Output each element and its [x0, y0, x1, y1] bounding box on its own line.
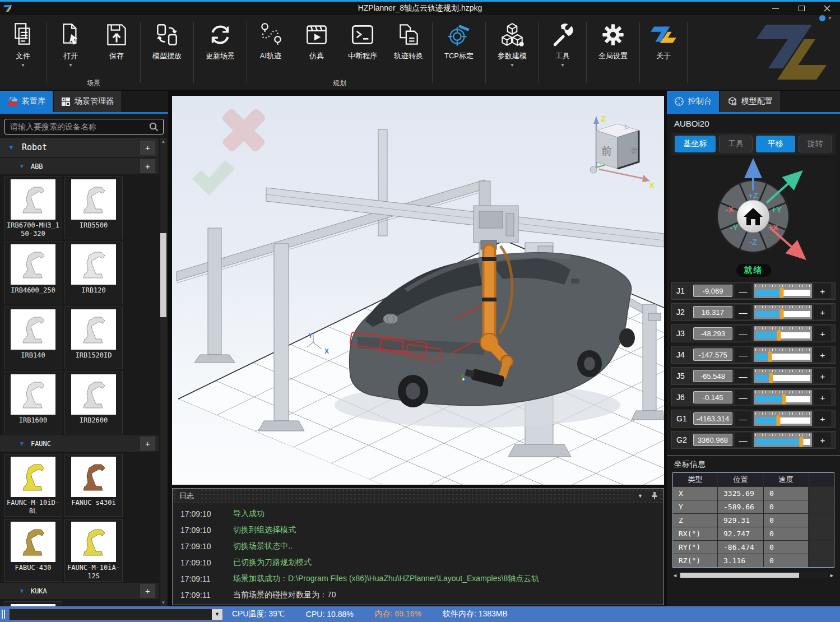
about-button[interactable]: 关于 — [641, 15, 686, 78]
robot-card[interactable]: IRB1520ID — [64, 307, 123, 369]
tree-group-robot[interactable]: ▼ Robot + — [0, 138, 159, 157]
dropdown-caret-icon[interactable]: ▼ — [21, 63, 25, 68]
tab-console[interactable]: 控制台 — [667, 91, 719, 112]
scroll-down-icon[interactable]: ▼ — [160, 600, 167, 605]
global-settings-button[interactable]: 全局设置 — [587, 15, 639, 78]
tree-group-abb[interactable]: ▼ ABB + — [0, 158, 159, 174]
device-search-input[interactable] — [4, 119, 164, 134]
scroll-up-icon[interactable]: ▲ — [160, 139, 167, 144]
add-group-button[interactable]: + — [140, 584, 155, 598]
log-body[interactable]: 17:09:10 导入成功 17:09:10 切换到组选择模式 17:09:10… — [173, 503, 663, 605]
file-button[interactable]: 文件 ▼ — [0, 15, 46, 78]
joint-value-field[interactable]: 3360.968 — [693, 434, 732, 446]
tab-scene-manager[interactable]: 场景管理器 — [54, 91, 121, 112]
tool-frame-button[interactable]: 工具 — [719, 136, 753, 152]
robot-card[interactable]: IRB5500 — [64, 177, 123, 239]
help-caret-icon[interactable]: ▼ — [828, 16, 832, 21]
log-collapse-icon[interactable]: ▼ — [638, 493, 643, 499]
expand-caret-icon[interactable]: ▼ — [19, 588, 25, 594]
robot-card[interactable]: IRB4600_250 — [4, 242, 62, 304]
update-scene-button[interactable]: 更新场景 — [194, 15, 246, 78]
joint-minus-button[interactable]: — — [735, 390, 751, 405]
joint-minus-button[interactable]: — — [735, 284, 751, 298]
tree-group-faunc[interactable]: ▼ FAUNC + — [0, 435, 159, 452]
scrollbar-thumb[interactable] — [680, 573, 799, 578]
joint-plus-button[interactable]: + — [814, 347, 831, 362]
tcp-calibration-button[interactable]: TCP标定 — [433, 15, 485, 78]
joint-plus-button[interactable]: + — [814, 369, 831, 383]
trajectory-convert-button[interactable]: 轨迹转换 — [386, 15, 431, 78]
tab-device-library[interactable]: 装置库 — [0, 91, 53, 112]
joint-value-field[interactable]: -65.548 — [693, 370, 732, 382]
joint-minus-button[interactable]: — — [735, 433, 751, 447]
slider-thumb[interactable] — [768, 351, 772, 362]
dropdown-caret-icon[interactable]: ▼ — [212, 609, 222, 620]
add-group-button[interactable]: + — [140, 159, 155, 173]
robot-card[interactable]: IRB140 — [4, 307, 62, 369]
close-button[interactable] — [814, 2, 840, 15]
slider-thumb[interactable] — [780, 309, 784, 319]
save-button[interactable]: 保存 — [94, 15, 140, 78]
joint-slider[interactable] — [754, 326, 812, 341]
joint-slider[interactable] — [754, 369, 812, 383]
slider-thumb[interactable] — [800, 437, 804, 447]
slider-thumb[interactable] — [777, 415, 781, 426]
add-group-button[interactable]: + — [140, 141, 155, 155]
rotate-button[interactable]: 旋转 — [799, 136, 832, 152]
robot-card[interactable]: FAUNC-M-10iD-8L — [4, 454, 62, 517]
tools-button[interactable]: 工具 ▼ — [540, 15, 586, 78]
panel-splitter[interactable] — [168, 91, 172, 606]
joint-plus-button[interactable]: + — [814, 326, 831, 341]
joint-value-field[interactable]: -4163.314 — [693, 412, 732, 425]
joint-plus-button[interactable]: + — [814, 433, 831, 447]
base-frame-button[interactable]: 基坐标 — [675, 136, 716, 152]
ai-trajectory-button[interactable]: AI轨迹 — [248, 15, 294, 78]
joint-value-field[interactable]: -48.293 — [693, 327, 732, 340]
open-button[interactable]: 打开 ▼ — [48, 15, 94, 78]
maximize-button[interactable] — [788, 2, 814, 15]
joint-value-field[interactable]: -9.069 — [693, 285, 732, 297]
model-place-button[interactable]: 模型摆放 — [141, 15, 193, 78]
joint-value-field[interactable]: 16.317 — [693, 306, 732, 318]
parametric-modeling-button[interactable]: 参数建模 ▼ — [486, 15, 538, 78]
robot-card[interactable]: FANUC s430i — [64, 454, 123, 517]
scroll-right-icon[interactable]: ► — [829, 573, 834, 578]
tab-model-config[interactable]: 模型配置 — [720, 91, 780, 112]
joint-slider[interactable] — [754, 284, 812, 298]
tree-group-kuka[interactable]: ▼ KUKA + — [0, 583, 159, 599]
statusbar-dropdown[interactable]: ▼ — [9, 609, 223, 620]
joint-minus-button[interactable]: — — [735, 326, 751, 341]
add-group-button[interactable]: + — [140, 437, 155, 451]
jog-wheel-pad[interactable]: +Z +Y -X +X -Y -Z 就绪 — [671, 158, 836, 279]
expand-caret-icon[interactable]: ▼ — [8, 143, 15, 151]
slider-thumb[interactable] — [769, 373, 773, 383]
dropdown-caret-icon[interactable]: ▼ — [510, 63, 514, 68]
joint-slider[interactable] — [754, 411, 812, 426]
joint-slider[interactable] — [754, 433, 812, 447]
robot-card[interactable]: IRB120 — [64, 242, 123, 304]
robot-card[interactable] — [4, 601, 62, 606]
joint-value-field[interactable]: -0.145 — [693, 391, 732, 403]
search-icon[interactable] — [149, 122, 159, 132]
expand-caret-icon[interactable]: ▼ — [19, 440, 25, 447]
robot-card[interactable]: FABUC-430 — [4, 519, 62, 582]
scroll-left-icon[interactable]: ◄ — [672, 573, 677, 578]
sidebar-scrollbar[interactable]: ▲ ▼ — [160, 138, 167, 606]
joint-plus-button[interactable]: + — [814, 390, 831, 405]
minimize-button[interactable] — [763, 2, 788, 15]
slider-thumb[interactable] — [780, 287, 784, 298]
dropdown-caret-icon[interactable]: ▼ — [68, 63, 73, 68]
robot-card[interactable]: IRB2600 — [64, 372, 123, 434]
scrollbar-thumb[interactable] — [160, 233, 166, 317]
table-h-scrollbar[interactable]: ◄ ► — [672, 572, 834, 579]
interrupt-program-button[interactable]: 中断程序 — [340, 15, 386, 78]
dropdown-caret-icon[interactable]: ▼ — [560, 63, 565, 68]
joint-minus-button[interactable]: — — [735, 347, 751, 362]
joint-minus-button[interactable]: — — [735, 369, 751, 383]
translate-button[interactable]: 平移 — [756, 136, 795, 152]
joint-plus-button[interactable]: + — [814, 411, 831, 426]
robot-card[interactable]: IRB6700-MH3_150-320 — [4, 177, 62, 239]
joint-value-field[interactable]: -147.575 — [693, 349, 732, 361]
slider-thumb[interactable] — [777, 330, 781, 341]
robot-card[interactable]: IRB1600 — [4, 372, 62, 434]
